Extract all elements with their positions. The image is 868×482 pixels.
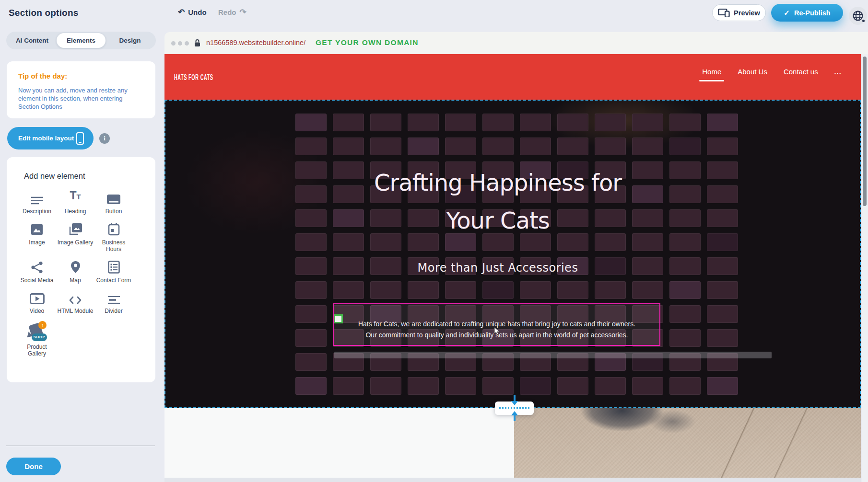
- hero-tile: [370, 377, 401, 395]
- hero-tile: [595, 281, 626, 299]
- hero-tile: [295, 281, 327, 299]
- element-description[interactable]: Description: [18, 190, 56, 215]
- element-label: Description: [18, 208, 56, 215]
- element-label: Business Hours: [94, 239, 133, 253]
- hero-tile: [557, 281, 588, 299]
- element-label: HTML Module: [56, 308, 94, 315]
- hero-tile: [520, 377, 551, 395]
- map-icon: [56, 259, 94, 274]
- hero-tile: [408, 114, 439, 131]
- hero-tile: [333, 138, 364, 155]
- element-divider[interactable]: Divider: [94, 290, 133, 315]
- element-image-gallery[interactable]: Image Gallery: [56, 221, 94, 253]
- element-button[interactable]: Button: [94, 190, 133, 215]
- hero-tile: [595, 377, 626, 395]
- selection-resize-handle-green[interactable]: [334, 314, 343, 323]
- video-icon: [18, 290, 56, 304]
- nav-about-us[interactable]: About Us: [738, 68, 767, 76]
- redo-label: Redo: [218, 8, 236, 16]
- nav-more[interactable]: ...: [834, 68, 842, 75]
- element-label: Divider: [94, 308, 133, 315]
- browser-window-dots: [171, 41, 189, 46]
- browser-bar: n1566589.websitebuilder.online/ GET YOUR…: [164, 32, 868, 54]
- language-globe-button[interactable]: [849, 7, 867, 25]
- heading-icon: TT: [56, 190, 94, 205]
- republish-label: Re-Publish: [794, 9, 831, 17]
- next-section-background[interactable]: [164, 408, 514, 482]
- tip-of-the-day-card: Tip of the day: Now you can add, move an…: [7, 61, 155, 118]
- site-logo[interactable]: HATS FOR CATS: [174, 73, 213, 82]
- republish-button[interactable]: ✓ Re-Publish: [771, 4, 843, 22]
- hero-tile: [295, 305, 327, 323]
- edit-mobile-layout-button[interactable]: Edit mobile layout: [7, 127, 94, 149]
- hero-tile: [632, 114, 663, 131]
- element-business-hours[interactable]: Business Hours: [94, 221, 133, 253]
- element-label: Social Media: [18, 277, 56, 284]
- element-label: Heading: [56, 208, 94, 215]
- hero-heading[interactable]: Crafting Happiness for Your Cats: [165, 164, 830, 240]
- hero-tile: [595, 138, 626, 155]
- element-contact-form[interactable]: Contact Form: [94, 259, 133, 284]
- hero-tile: [482, 138, 514, 155]
- hero-tile: [520, 114, 551, 131]
- hero-tile: [295, 138, 327, 155]
- hero-tile: [557, 138, 588, 155]
- element-label: Product Gallery: [18, 344, 56, 357]
- page-bottom-strip: [164, 478, 861, 482]
- site-url[interactable]: n1566589.websitebuilder.online/: [206, 39, 305, 46]
- arrow-up-icon: [511, 411, 518, 421]
- nav-contact-us[interactable]: Contact us: [784, 68, 818, 76]
- hero-tile: [520, 138, 551, 155]
- hero-tile: [669, 305, 701, 323]
- info-icon[interactable]: i: [99, 133, 110, 144]
- tab-ai-content[interactable]: AI Content: [8, 33, 57, 48]
- hero-tile: [632, 138, 663, 155]
- element-video[interactable]: Video: [18, 290, 56, 315]
- selected-text-element[interactable]: Hats for Cats, we are dedicated to craft…: [333, 303, 660, 346]
- tip-title: Tip of the day:: [18, 72, 147, 80]
- get-domain-link[interactable]: GET YOUR OWN DOMAIN: [316, 38, 419, 47]
- element-product-gallery[interactable]: ↑ SHOP Product Gallery: [18, 321, 56, 357]
- tab-design[interactable]: Design: [106, 33, 154, 48]
- hero-tile: [707, 138, 738, 155]
- hero-section[interactable]: Crafting Happiness for Your Cats More th…: [164, 100, 861, 408]
- element-html-module[interactable]: HTML Module: [56, 290, 94, 315]
- hero-subheading[interactable]: More than Just Accessories: [165, 261, 830, 275]
- hero-tile: [295, 353, 327, 371]
- add-new-element-panel: Add new element Description TT Heading B…: [7, 157, 155, 382]
- hero-tile: [295, 377, 327, 395]
- nav-home[interactable]: Home: [702, 68, 721, 76]
- element-heading[interactable]: TT Heading: [56, 190, 94, 215]
- undo-icon: ↶: [178, 8, 185, 16]
- redo-button[interactable]: Redo ↷: [218, 8, 246, 16]
- preview-button[interactable]: Preview: [712, 4, 766, 21]
- hero-heading-line1: Crafting Happiness for: [165, 164, 830, 202]
- upload-arrow-icon: ↑: [38, 321, 47, 329]
- redo-icon: ↷: [240, 8, 246, 16]
- hero-tile: [520, 281, 551, 299]
- site-header[interactable]: HATS FOR CATS Home About Us Contact us .…: [164, 54, 861, 100]
- section-height-resize-handle[interactable]: [495, 402, 534, 415]
- edit-mobile-label: Edit mobile layout: [18, 135, 74, 142]
- preview-label: Preview: [734, 9, 760, 17]
- element-label: Image: [18, 239, 56, 246]
- element-image[interactable]: Image: [18, 221, 56, 253]
- hero-tile: [557, 114, 588, 131]
- hero-tile: [295, 329, 327, 347]
- hero-tile: [408, 138, 439, 155]
- done-button[interactable]: Done: [6, 458, 61, 475]
- tab-elements[interactable]: Elements: [57, 33, 106, 48]
- pavement-photo[interactable]: [514, 408, 861, 478]
- hero-tile: [707, 281, 738, 299]
- html-module-icon: [56, 290, 94, 304]
- scrollbar-thumb[interactable]: [863, 57, 867, 206]
- image-gallery-icon: [56, 221, 94, 236]
- preview-scrollbar[interactable]: [862, 54, 868, 482]
- hero-tile: [482, 114, 514, 131]
- element-social-media[interactable]: Social Media: [18, 259, 56, 284]
- undo-button[interactable]: ↶ Undo: [178, 8, 207, 16]
- devices-icon: [718, 8, 730, 17]
- element-map[interactable]: Map: [56, 259, 94, 284]
- phone-icon: [76, 132, 84, 145]
- divider-icon: [94, 290, 133, 304]
